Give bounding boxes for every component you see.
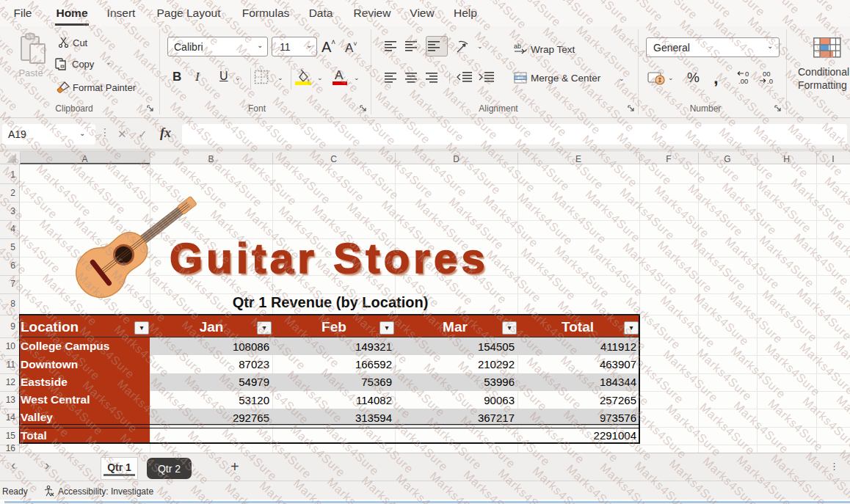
svg-text:.00: .00 — [738, 77, 748, 84]
svg-text:ab: ab — [514, 43, 521, 50]
svg-text:.0: .0 — [767, 77, 773, 84]
